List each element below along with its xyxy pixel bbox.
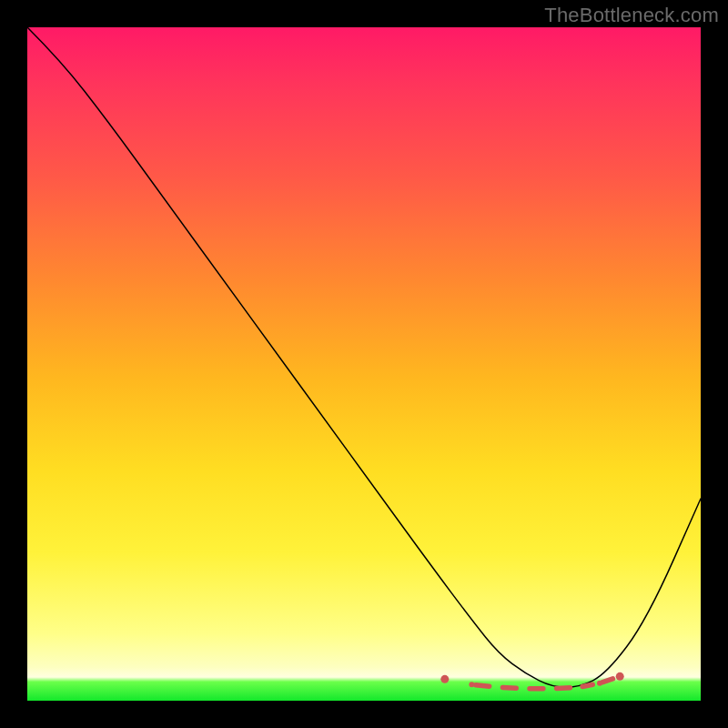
marker-dash bbox=[557, 688, 571, 689]
marker-dash bbox=[602, 679, 612, 682]
marker-dash bbox=[476, 685, 490, 686]
marker-dot bbox=[616, 672, 624, 681]
marker-dash bbox=[582, 684, 592, 686]
bottleneck-curve bbox=[27, 27, 701, 687]
plot-area bbox=[27, 27, 701, 701]
watermark-text: TheBottleneck.com bbox=[544, 4, 719, 27]
marker-dot bbox=[597, 681, 602, 686]
optimal-band-markers bbox=[440, 672, 623, 689]
marker-dot bbox=[440, 675, 449, 683]
curve-layer bbox=[27, 27, 701, 701]
chart-frame: TheBottleneck.com bbox=[0, 0, 728, 728]
marker-dash bbox=[502, 687, 516, 688]
marker-dot bbox=[469, 682, 474, 687]
